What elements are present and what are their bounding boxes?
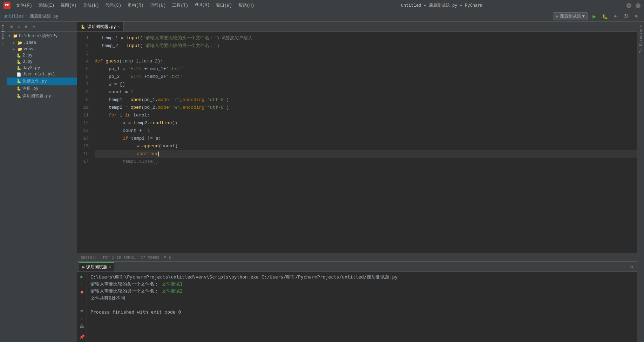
menu-navigate[interactable]: 导航(N): [80, 2, 102, 9]
code-line-11: ▼ for i in temp1:: [95, 112, 637, 119]
scroll-from-source-icon[interactable]: ◎: [16, 24, 22, 30]
menu-refactor[interactable]: 重构(R): [125, 2, 147, 9]
code-editor[interactable]: 1 2 3 4 5 6 7 8 9 10 11 12 13 14 15 16 1: [77, 32, 637, 253]
editor-area: 🐍 课后测试题.py ✕ 1 2 3 4 5 6 7 8 9 10: [77, 22, 637, 261]
run-up-icon[interactable]: ↑: [79, 281, 86, 287]
menu-view[interactable]: 视图(V): [58, 2, 80, 9]
run-config-dropdown-icon: ▼: [582, 14, 585, 19]
breadcrumb-guess: guess(): [81, 255, 97, 260]
code-line-13: count += 1: [95, 127, 637, 135]
structure-label[interactable]: 7: Structure: [639, 24, 643, 55]
run-prompt2-line: 请输入需要比较的另一个文件名： 文件测试2: [90, 288, 633, 295]
run-tab-close[interactable]: ✕: [109, 265, 111, 269]
run-wrap-icon[interactable]: ⇌: [79, 308, 86, 314]
tree-root[interactable]: ▼ 📁 C:\Users\萌哥\Py: [7, 32, 77, 40]
userdict-icon: 📄: [16, 72, 21, 77]
menu-file[interactable]: 文件(F): [13, 2, 35, 9]
code-line-16: ▼ continue: [95, 150, 637, 158]
maximize-button[interactable]: □: [636, 3, 640, 8]
run-pin-icon[interactable]: 📌: [79, 334, 86, 340]
tree-day2py[interactable]: 🐍 day2.py: [7, 65, 77, 71]
breadcrumb-arrow-2: ›: [137, 255, 139, 260]
minimize-tree-icon[interactable]: —: [38, 24, 44, 30]
run-button[interactable]: ▶: [590, 12, 598, 21]
menu-run[interactable]: 运行(U): [147, 2, 169, 9]
profile-button[interactable]: ⏱: [622, 12, 630, 21]
root-folder-icon: 📁: [13, 34, 18, 38]
tree-nicate-file[interactable]: 🐍 你猜文件.py: [7, 78, 77, 85]
breadcrumb-separator: ›: [26, 14, 28, 19]
breadcrumb-file[interactable]: 课后测试题.py: [30, 13, 59, 19]
tree-2py-label: 2.py: [22, 53, 33, 58]
file-tree-toolbar: ⊟ ◎ ⊞ ⚙ —: [7, 22, 77, 32]
line-numbers: 1 2 3 4 5 6 7 8 9 10 11 12 13 14 15 16 1: [77, 32, 91, 253]
tree-venv-label: venv: [23, 47, 34, 52]
run-play-icon[interactable]: ▶: [79, 274, 86, 280]
menu-vcs[interactable]: VCS(S): [192, 2, 212, 9]
code-line-17: temp1.close(): [95, 158, 637, 166]
run-config-selector[interactable]: ▶ 课后测试题 ▼: [553, 12, 588, 20]
code-line-8: count = 1: [95, 88, 637, 96]
window-controls: — □: [626, 3, 640, 8]
code-line-14: ▼ if temp1 != a:: [95, 135, 637, 142]
run-scroll-icon[interactable]: ↕: [79, 316, 86, 322]
menu-window[interactable]: 窗口(W): [213, 2, 235, 9]
tree-register[interactable]: 🐍 注册.py: [7, 85, 77, 92]
code-line-15: w.append(count): [95, 142, 637, 150]
coverage-button[interactable]: ☂: [611, 12, 619, 21]
settings-icon[interactable]: ⚙: [30, 24, 37, 30]
window-title: untitled – 课后测试题.py – PyCharm: [401, 2, 483, 8]
settings-gear-icon[interactable]: ⚙: [628, 263, 635, 270]
debug-button[interactable]: 🐛: [601, 12, 609, 21]
menu-code[interactable]: 代码(C): [102, 2, 124, 9]
code-line-2: temp_2 = input('请输入需要比较的另一个文件名：'): [95, 42, 637, 50]
tab-bar: 🐍 课后测试题.py ✕: [77, 22, 637, 32]
code-line-4: ▼ def guess(temp_1,temp_2):: [95, 58, 637, 65]
file-tree-content: ▼ 📁 C:\Users\萌哥\Py ▶ 📂 .idea ▶ 📁 venv: [7, 32, 77, 342]
run-down-icon[interactable]: ↓: [79, 297, 86, 303]
tab-kh-label: 课后测试题.py: [87, 24, 116, 30]
2py-icon: 🐍: [16, 53, 21, 58]
tree-kh-file[interactable]: 🐍 课后测试题.py: [7, 92, 77, 100]
project-breadcrumb: untitled › 课后测试题.py: [4, 13, 58, 19]
tab-py-icon: 🐍: [81, 25, 86, 29]
editor-bottom-container: 🐍 课后测试题.py ✕ 1 2 3 4 5 6 7 8 9 10: [77, 22, 637, 342]
file-tree-panel: ⊟ ◎ ⊞ ⚙ — ▼ 📁 C:\Users\萌哥\Py ▶ 📂 .idea: [7, 22, 77, 342]
tree-idea-folder[interactable]: ▶ 📂 .idea: [7, 40, 77, 46]
tree-2py[interactable]: 🐍 2.py: [7, 52, 77, 59]
tree-3py[interactable]: 🐍 3.py: [7, 59, 77, 65]
run-stop-icon[interactable]: ■: [79, 289, 86, 295]
tree-kh-label: 课后测试题.py: [22, 93, 51, 99]
tree-venv-folder[interactable]: ▶ 📁 venv: [7, 46, 77, 52]
run-print-icon[interactable]: 🖶: [79, 323, 86, 329]
tree-userdict[interactable]: 📄 User_dict.pkl: [7, 71, 77, 78]
menu-tools[interactable]: 工具(T): [169, 2, 191, 9]
project-tab[interactable]: 1: Project: [1, 23, 6, 47]
tab-close-button[interactable]: ✕: [118, 25, 120, 29]
run-config-label: 课后测试题: [560, 13, 581, 19]
left-panel: 1: Project ⊟ ◎ ⊞ ⚙ — ▼ 📁 C:\Users\萌哥\Py …: [0, 22, 77, 342]
pycharm-logo: PC: [4, 2, 11, 9]
run-result-line: 文件共有0处不同: [90, 295, 633, 302]
code-line-6: po_2 = 'E:\\'+temp_2+'.txt': [95, 73, 637, 81]
run-tab[interactable]: ▶ 课后测试题 ✕: [79, 262, 114, 271]
menu-help[interactable]: 帮助(H): [236, 2, 257, 9]
minimize-button[interactable]: —: [626, 3, 631, 8]
title-bar: PC 文件(F) 编辑(E) 视图(V) 导航(N) 代码(C) 重构(R) 运…: [0, 0, 644, 11]
bottom-tab-bar: ▶ 课后测试题 ✕ ⚙: [77, 262, 637, 272]
breadcrumb-project[interactable]: untitled: [4, 14, 24, 19]
code-line-1: temp_1 = input('请输入需要比较的头一个文件名：') #接收用户输…: [95, 34, 637, 42]
collapse-all-icon[interactable]: ⊟: [8, 24, 15, 30]
menu-edit[interactable]: 编辑(E): [36, 2, 57, 9]
menu-bar: 文件(F) 编辑(E) 视图(V) 导航(N) 代码(C) 重构(R) 运行(U…: [13, 2, 257, 9]
tree-nicate-label: 你猜文件.py: [22, 78, 47, 84]
run-blank-line: [90, 302, 633, 309]
main-layout: 1: Project ⊟ ◎ ⊞ ⚙ — ▼ 📁 C:\Users\萌哥\Py …: [0, 22, 644, 342]
code-content[interactable]: temp_1 = input('请输入需要比较的头一个文件名：') #接收用户输…: [91, 32, 637, 253]
expand-all-icon[interactable]: ⊞: [23, 24, 29, 30]
tab-kh-file[interactable]: 🐍 课后测试题.py ✕: [77, 22, 124, 31]
run-output: C:\Users\萌哥\PycharmProjects\untitled\ven…: [87, 272, 637, 342]
code-line-10: temp2 = open(po_2,mode='w',encoding='utf…: [95, 104, 637, 112]
more-button[interactable]: ≡: [632, 12, 640, 21]
kh-icon: 🐍: [16, 94, 21, 98]
